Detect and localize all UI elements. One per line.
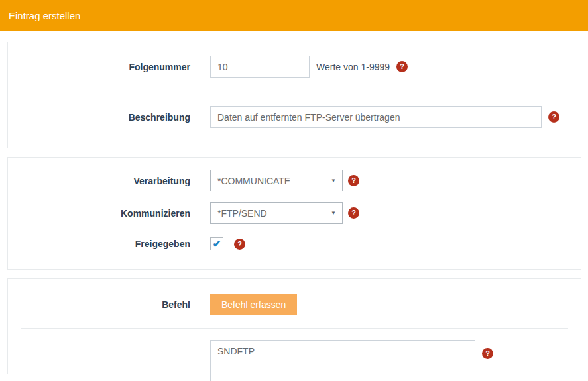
folgenummer-row: Folgenummer Werte von 1-9999 ?	[21, 56, 568, 78]
folgenummer-label: Folgenummer	[21, 62, 190, 72]
page-title: Eintrag erstellen	[9, 10, 80, 21]
help-icon[interactable]: ?	[396, 61, 408, 72]
page-header: Eintrag erstellen	[0, 0, 588, 31]
check-icon: ✔	[213, 239, 221, 248]
verarbeitung-row: Verarbeitung *COMMUNICATE ▼ ?	[21, 170, 568, 191]
verarbeitung-selected-value: *COMMUNICATE	[217, 176, 290, 186]
freigegeben-label: Freigegeben	[21, 239, 190, 249]
kommunizieren-select[interactable]: *FTP/SEND ▼	[210, 202, 343, 224]
divider	[21, 91, 568, 91]
panel-command: Befehl Befehl erfassen SNDFTP ?	[7, 278, 581, 374]
freigegeben-row: Freigegeben ✔ ?	[21, 237, 568, 250]
befehl-label: Befehl	[21, 299, 190, 310]
help-icon[interactable]: ?	[348, 207, 359, 219]
folgenummer-input[interactable]	[210, 56, 310, 78]
verarbeitung-select[interactable]: *COMMUNICATE ▼	[210, 170, 343, 191]
help-icon[interactable]: ?	[348, 175, 359, 186]
beschreibung-label: Beschreibung	[21, 112, 190, 123]
help-icon[interactable]: ?	[482, 348, 493, 359]
kommunizieren-selected-value: *FTP/SEND	[217, 208, 267, 219]
freigegeben-checkbox[interactable]: ✔	[210, 237, 223, 250]
help-icon[interactable]: ?	[548, 111, 559, 123]
folgenummer-hint: Werte von 1-9999	[316, 62, 390, 72]
help-icon[interactable]: ?	[234, 239, 245, 250]
befehl-row: Befehl Befehl erfassen	[21, 294, 568, 315]
befehl-erfassen-button[interactable]: Befehl erfassen	[210, 294, 297, 315]
beschreibung-row: Beschreibung ?	[21, 106, 568, 128]
divider	[21, 328, 568, 329]
kommunizieren-row: Kommunizieren *FTP/SEND ▼ ?	[21, 202, 568, 224]
verarbeitung-label: Verarbeitung	[21, 176, 190, 186]
beschreibung-input[interactable]	[210, 106, 542, 128]
form-content: Folgenummer Werte von 1-9999 ? Beschreib…	[0, 31, 588, 374]
chevron-down-icon: ▼	[331, 178, 336, 184]
panel-processing: Verarbeitung *COMMUNICATE ▼ ? Kommunizie…	[7, 157, 581, 270]
befehl-text-row: SNDFTP ?	[21, 340, 568, 381]
chevron-down-icon: ▼	[331, 210, 336, 216]
befehl-textarea[interactable]: SNDFTP	[210, 340, 475, 381]
panel-general: Folgenummer Werte von 1-9999 ? Beschreib…	[7, 42, 581, 148]
kommunizieren-label: Kommunizieren	[21, 208, 190, 219]
